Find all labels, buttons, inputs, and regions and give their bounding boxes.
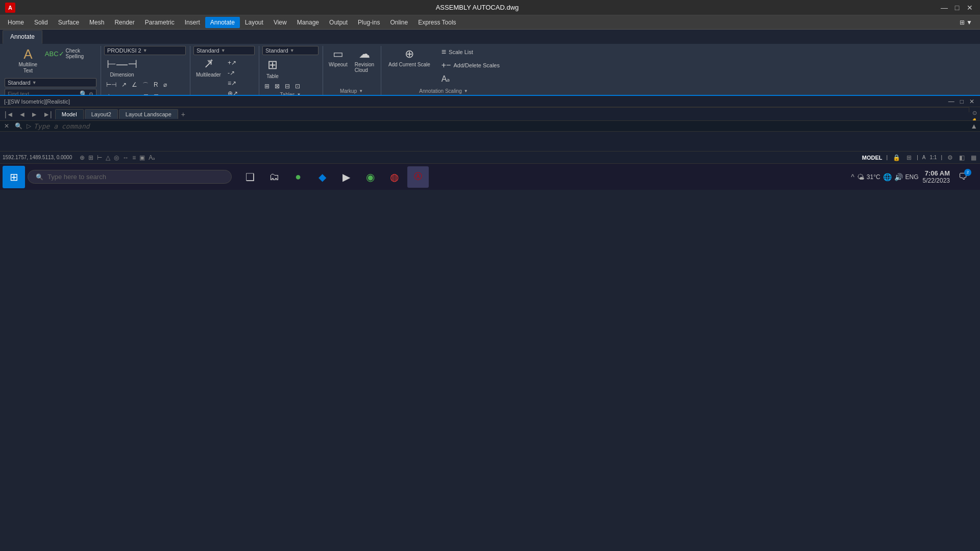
menu-layout[interactable]: Layout: [240, 17, 268, 28]
command-scroll-button[interactable]: ▲: [970, 122, 977, 130]
menu-mesh[interactable]: Mesh: [84, 17, 109, 28]
text-style-dropdown[interactable]: Standard ▼: [5, 78, 96, 87]
dim-space-button[interactable]: ↕: [133, 92, 140, 95]
taskbar-search-input[interactable]: [47, 173, 224, 181]
add-current-scale-button[interactable]: ⊕ Add Current Scale: [384, 46, 434, 69]
menu-solid[interactable]: Solid: [29, 17, 53, 28]
markup-group-label[interactable]: Markup ▼: [326, 87, 377, 95]
ribbon-tab-annotate[interactable]: Annotate: [3, 30, 42, 44]
menu-parametric[interactable]: Parametric: [140, 17, 180, 28]
taskbar-search[interactable]: 🔍: [28, 170, 232, 184]
find-text-input[interactable]: [8, 91, 78, 95]
tray-expand-icon[interactable]: ^: [851, 173, 854, 181]
status-layers-icon[interactable]: ◧: [958, 154, 966, 161]
start-button[interactable]: ⊞: [3, 166, 25, 188]
annotation-scaling-label[interactable]: Annotation Scaling ▼: [384, 87, 503, 95]
taskbar-chrome[interactable]: ●: [287, 166, 309, 188]
scale-list-button[interactable]: ≡ Scale List: [438, 46, 503, 58]
check-spelling-button[interactable]: ABC✓ CheckSpelling: [43, 47, 86, 60]
dimension-style-dropdown[interactable]: PRODUKSI 2 ▼: [104, 46, 186, 55]
taskbar-browser2[interactable]: ◉: [359, 166, 381, 188]
menu-view[interactable]: View: [268, 17, 292, 28]
table-sub1[interactable]: ⊞: [262, 82, 272, 91]
taskbar-autocad[interactable]: Ⓐ: [407, 166, 429, 188]
leaders-style1-dropdown[interactable]: Standard ▼: [193, 46, 255, 55]
dim-jogline-button[interactable]: ⤳: [123, 92, 132, 95]
dim-adjust-button[interactable]: ≡: [114, 92, 122, 95]
command-search-button[interactable]: 🔍: [13, 122, 24, 130]
add-delete-scales-button[interactable]: +− Add/Delete Scales: [438, 59, 503, 71]
leader-align-button[interactable]: ≡↗: [226, 79, 240, 88]
status-workspace-icon[interactable]: ▦: [970, 154, 977, 161]
status-annotate-icon[interactable]: Aₐ: [148, 154, 156, 161]
tab-layout-landscape[interactable]: Layout Landscape: [119, 109, 178, 119]
pan-tool[interactable]: ⊙: [970, 110, 979, 116]
tab-nav-last[interactable]: ►|: [41, 110, 54, 118]
maximize-button[interactable]: □: [952, 3, 962, 13]
viewport-maximize-button[interactable]: □: [959, 98, 965, 105]
menu-insert[interactable]: Insert: [180, 17, 205, 28]
dim-arc-button[interactable]: ⌒: [140, 80, 151, 91]
dim-linear-button[interactable]: ⊢⊣: [104, 80, 118, 91]
menu-manage[interactable]: Manage: [292, 17, 324, 28]
table-sub2[interactable]: ⊠: [273, 82, 282, 91]
leader-remove-button[interactable]: -↗: [226, 68, 240, 78]
annotative-button[interactable]: Aₐ: [438, 72, 503, 85]
taskbar-task-view[interactable]: ❑: [239, 166, 261, 188]
tables-group-label[interactable]: Tables ▼: [262, 91, 318, 95]
tables-style-dropdown[interactable]: Standard ▼: [262, 46, 318, 55]
dim-baseline-button[interactable]: ⊟: [141, 92, 151, 95]
table-button[interactable]: ⊞ Table: [262, 56, 283, 81]
menu-express-tools[interactable]: Express Tools: [413, 17, 461, 28]
status-lwt-icon[interactable]: ≡: [131, 154, 137, 161]
tray-weather-icon[interactable]: 🌤: [857, 173, 864, 181]
tab-nav-prev[interactable]: ◄: [17, 110, 28, 118]
close-button[interactable]: ✕: [965, 3, 975, 13]
viewport-close-button[interactable]: ✕: [968, 98, 976, 105]
dim-angular-button[interactable]: ∠: [130, 80, 139, 91]
menu-render[interactable]: Render: [109, 17, 139, 28]
menu-annotate[interactable]: Annotate: [205, 17, 240, 28]
dim-radius-button[interactable]: R: [152, 80, 160, 91]
status-lock-icon[interactable]: 🔒: [892, 154, 901, 161]
leader-add-button[interactable]: +↗: [226, 58, 240, 67]
tray-sound-icon[interactable]: 🔊: [894, 173, 903, 181]
menu-surface[interactable]: Surface: [53, 17, 84, 28]
status-snap-icon[interactable]: ⊕: [79, 154, 86, 161]
command-close-button[interactable]: ✕: [3, 122, 11, 130]
tab-layout2[interactable]: Layout2: [85, 109, 118, 119]
menu-online[interactable]: Online: [385, 17, 413, 28]
status-grid-icon[interactable]: ⊞: [87, 154, 94, 161]
multileader-button[interactable]: ↗⃗ Multileader: [193, 56, 224, 79]
command-input[interactable]: [34, 122, 968, 130]
table-sub4[interactable]: ⊡: [293, 82, 302, 91]
hand-tool[interactable]: ✋: [970, 118, 979, 120]
dimension-button[interactable]: ⊢—⊣ Dimension: [104, 56, 140, 79]
revision-cloud-button[interactable]: ☁ RevisionCloud: [352, 46, 377, 74]
status-ortho-icon[interactable]: ⊢: [96, 154, 103, 161]
tray-network-icon[interactable]: 🌐: [883, 173, 892, 181]
menu-extra[interactable]: ⊞ ▼: [954, 17, 977, 28]
tab-nav-next[interactable]: ►: [29, 110, 40, 118]
wipeout-button[interactable]: ▭ Wipeout: [326, 46, 350, 69]
menu-output[interactable]: Output: [324, 17, 353, 28]
dim-continue-button[interactable]: ⊞: [152, 92, 161, 95]
menu-plugins[interactable]: Plug-ins: [353, 17, 385, 28]
leader-collect-button[interactable]: ⊕↗: [226, 89, 240, 95]
taskbar-media[interactable]: ▶: [335, 166, 357, 188]
find-settings-icon[interactable]: ⚙: [89, 91, 93, 95]
clock[interactable]: 7:06 AM 5/22/2023: [923, 169, 950, 184]
status-osnap-icon[interactable]: ◎: [113, 154, 120, 161]
taskbar-files[interactable]: 🗂: [263, 166, 285, 188]
dim-diameter-button[interactable]: ⌀: [161, 80, 169, 91]
dim-aligned-button[interactable]: ↗: [119, 80, 129, 91]
tab-add-button[interactable]: +: [179, 110, 187, 118]
tab-nav-first[interactable]: |◄: [3, 110, 16, 118]
multiline-text-button[interactable]: A MultilineText: [15, 46, 41, 76]
minimize-button[interactable]: —: [939, 3, 949, 13]
dim-break-button[interactable]: ⊥: [104, 92, 113, 95]
status-grid2-icon[interactable]: ⊞: [905, 154, 913, 161]
menu-home[interactable]: Home: [3, 17, 29, 28]
status-otrack-icon[interactable]: ↔: [121, 154, 130, 161]
table-sub3[interactable]: ⊟: [283, 82, 292, 91]
